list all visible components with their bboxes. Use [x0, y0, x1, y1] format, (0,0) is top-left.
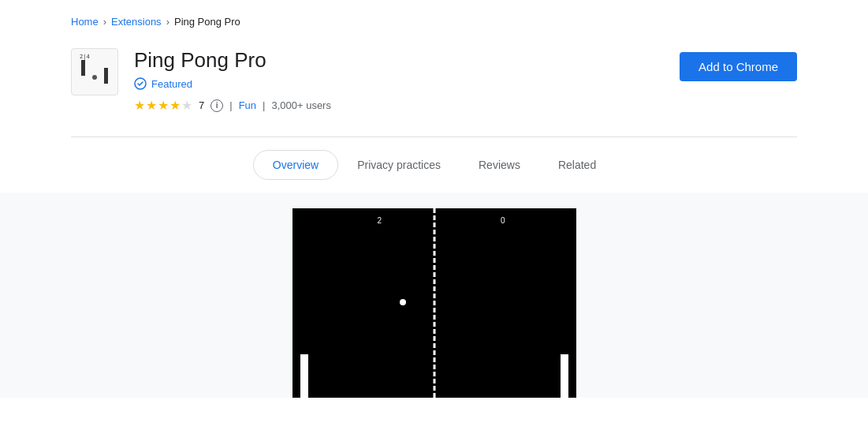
featured-badge[interactable]: Featured [134, 77, 331, 90]
tab-reviews[interactable]: Reviews [460, 151, 539, 179]
game-ball [400, 299, 406, 305]
divider: | [229, 99, 232, 111]
svg-rect-1 [104, 68, 108, 84]
add-to-chrome-button[interactable]: Add to Chrome [680, 52, 797, 81]
divider-2: | [263, 99, 265, 111]
rating-info-icon[interactable]: i [210, 99, 223, 112]
right-paddle [561, 354, 568, 398]
featured-label: Featured [151, 78, 192, 90]
svg-text:2|4: 2|4 [80, 54, 90, 60]
extension-info: Ping Pong Pro Featured ★ ★ ★ ★ ★ [134, 48, 331, 113]
breadcrumb-sep-2: › [166, 16, 170, 28]
content-area: 2 0 [0, 193, 868, 398]
breadcrumb: Home › Extensions › Ping Pong Pro [0, 0, 868, 40]
users-count: 3,000+ users [271, 99, 331, 111]
tabs-navigation: Overview Privacy practices Reviews Relat… [0, 137, 868, 180]
breadcrumb-current: Ping Pong Pro [174, 16, 240, 28]
star-3: ★ [158, 98, 169, 113]
left-paddle [300, 354, 308, 398]
center-line [433, 208, 435, 398]
star-5: ★ [181, 98, 192, 113]
extension-header: 2|4 Ping Pong Pro Featured ★ [0, 40, 868, 137]
rating-row: ★ ★ ★ ★ ★ 7 i | Fun | 3,000+ users [134, 98, 331, 113]
tab-related[interactable]: Related [539, 151, 615, 179]
star-1: ★ [134, 98, 145, 113]
svg-rect-0 [81, 60, 85, 76]
page-title: Ping Pong Pro [134, 48, 331, 73]
breadcrumb-home[interactable]: Home [71, 16, 99, 28]
score-left: 2 [378, 216, 382, 225]
extension-left-panel: 2|4 Ping Pong Pro Featured ★ [71, 48, 331, 113]
tab-privacy[interactable]: Privacy practices [338, 151, 460, 179]
star-rating: ★ ★ ★ ★ ★ [134, 98, 192, 113]
rating-count: 7 [199, 99, 204, 111]
tab-overview[interactable]: Overview [253, 150, 338, 180]
left-side-panel [0, 193, 292, 382]
score-right: 0 [501, 216, 505, 225]
game-screenshot: 2 0 [292, 208, 576, 398]
star-2: ★ [146, 98, 157, 113]
extension-icon: 2|4 [71, 48, 118, 95]
star-4: ★ [170, 98, 181, 113]
breadcrumb-extensions[interactable]: Extensions [111, 16, 162, 28]
featured-icon [134, 77, 147, 90]
breadcrumb-sep-1: › [103, 16, 106, 28]
svg-point-3 [92, 75, 97, 80]
right-side-panel [576, 193, 869, 382]
extension-logo-svg: 2|4 [75, 52, 114, 92]
category-link[interactable]: Fun [239, 99, 256, 111]
